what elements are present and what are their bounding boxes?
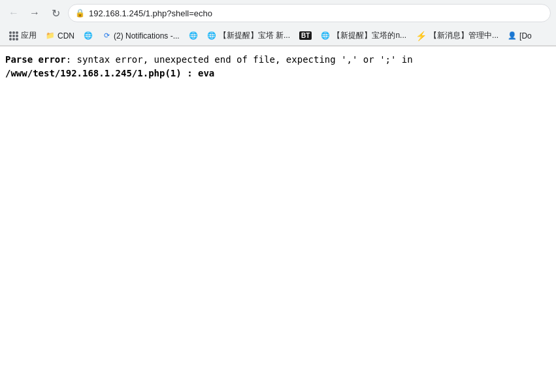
baota1-icon: 🌐 xyxy=(207,31,216,41)
folder-icon: 📁 xyxy=(46,31,55,41)
reload-button[interactable]: ↻ xyxy=(47,5,64,22)
globe1-bookmark[interactable]: 🌐 xyxy=(80,30,97,42)
page-content: Parse error: syntax error, unexpected en… xyxy=(0,46,556,87)
bt-icon: BT xyxy=(299,31,312,40)
apps-icon xyxy=(9,31,18,41)
lightning-bookmark[interactable]: ⚡ 【新消息】管理中... xyxy=(412,29,502,42)
globe2-icon: 🌐 xyxy=(189,31,198,41)
forward-icon: → xyxy=(29,7,40,19)
baota2-label: 【新提醒】宝塔的n... xyxy=(333,30,406,41)
user-label: [Do xyxy=(519,31,532,41)
baota1-bookmark[interactable]: 🌐 【新提醒】宝塔 新... xyxy=(203,29,294,42)
lightning-label: 【新消息】管理中... xyxy=(429,30,499,41)
cdn-bookmark[interactable]: 📁 CDN xyxy=(42,30,78,42)
baota2-bookmark[interactable]: 🌐 【新提醒】宝塔的n... xyxy=(317,29,410,42)
back-icon: ← xyxy=(8,7,19,19)
error-text: : syntax error, unexpected end of file, … xyxy=(66,54,413,65)
baota2-icon: 🌐 xyxy=(321,31,330,41)
bt-bookmark[interactable]: BT xyxy=(295,30,316,41)
bookmarks-bar: 应用 📁 CDN 🌐 ⟳ (2) Notifications -... 🌐 🌐 … xyxy=(0,26,556,46)
nav-bar: ← → ↻ 🔒 192.168.1.245/1.php?shell=echo xyxy=(0,0,556,26)
browser-chrome: ← → ↻ 🔒 192.168.1.245/1.php?shell=echo 应… xyxy=(0,0,556,46)
user-icon: 👤 xyxy=(508,31,517,41)
error-message: Parse error: syntax error, unexpected en… xyxy=(5,53,551,80)
apps-bookmark[interactable]: 应用 xyxy=(5,29,41,42)
notifications-label: (2) Notifications -... xyxy=(114,31,180,41)
user-bookmark[interactable]: 👤 [Do xyxy=(504,30,536,42)
apps-label: 应用 xyxy=(21,30,37,41)
error-path: /www/test/192.168.1.245/1.php(1) : eva xyxy=(5,68,214,78)
forward-button[interactable]: → xyxy=(26,5,43,22)
cdn-label: CDN xyxy=(57,31,74,41)
reload-icon: ↻ xyxy=(52,7,60,20)
secure-icon: 🔒 xyxy=(75,8,85,18)
url-text: 192.168.1.245/1.php?shell=echo xyxy=(89,8,544,18)
spinner-icon: ⟳ xyxy=(102,31,111,41)
globe2-bookmark[interactable]: 🌐 xyxy=(185,30,202,42)
globe-icon: 🌐 xyxy=(84,31,93,41)
back-button[interactable]: ← xyxy=(5,5,22,22)
error-label: Parse error xyxy=(5,54,66,65)
address-bar[interactable]: 🔒 192.168.1.245/1.php?shell=echo xyxy=(68,4,551,22)
lightning-icon: ⚡ xyxy=(416,31,427,41)
notifications-bookmark[interactable]: ⟳ (2) Notifications -... xyxy=(98,30,184,42)
baota1-label: 【新提醒】宝塔 新... xyxy=(219,30,290,41)
